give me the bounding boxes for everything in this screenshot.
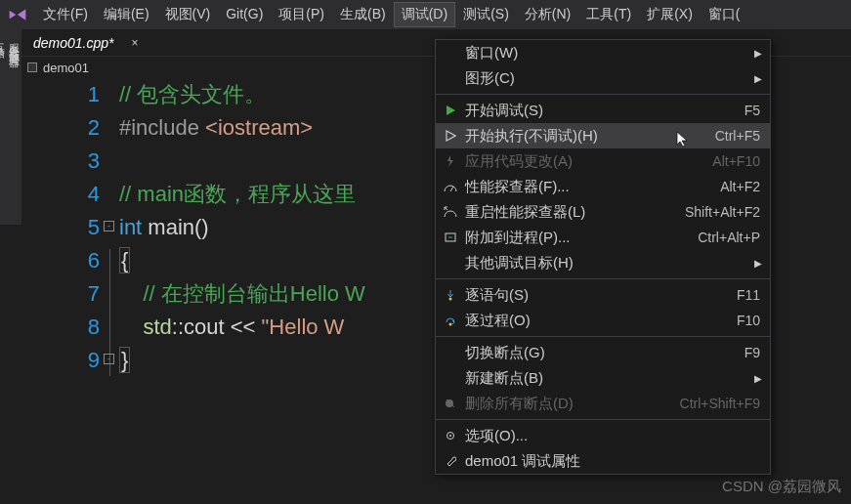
- menu-shortcut: Ctrl+F5: [715, 128, 760, 144]
- line-gutter: 123456789: [21, 78, 119, 504]
- menu-item[interactable]: 分析(N): [517, 2, 578, 27]
- menu-item[interactable]: 逐语句(S)F11: [436, 282, 770, 308]
- menu-item[interactable]: 工具(T): [578, 2, 639, 27]
- menu-item[interactable]: 测试(S): [455, 2, 517, 27]
- play-outline-icon: [442, 130, 459, 142]
- line-number: 3: [21, 145, 100, 178]
- menu-item-label: 新建断点(B): [465, 369, 760, 388]
- menu-shortcut: F5: [745, 103, 760, 118]
- menu-item-label: 性能探查器(F)...: [465, 178, 720, 196]
- line-number: 7: [21, 277, 100, 311]
- menu-item-label: 开始调试(S): [465, 102, 745, 120]
- menu-shortcut: Alt+F10: [712, 153, 760, 169]
- fold-icon[interactable]: -: [104, 221, 114, 231]
- menu-item-label: 选项(O)...: [465, 427, 760, 445]
- menu-item[interactable]: 切换断点(G)F9: [436, 340, 770, 365]
- menu-separator: [436, 419, 770, 420]
- menu-item[interactable]: 重启性能探查器(L)Shift+Alt+F2: [436, 199, 770, 225]
- line-number: 8: [21, 311, 100, 344]
- menu-item: 删除所有断点(D)Ctrl+Shift+F9: [436, 391, 770, 416]
- menu-shortcut: F10: [737, 313, 760, 328]
- menu-shortcut: Shift+Alt+F2: [685, 204, 760, 220]
- menu-item[interactable]: 新建断点(B)▶: [436, 365, 770, 391]
- play-green-icon: [442, 105, 459, 116]
- menu-item[interactable]: 窗口(W)▶: [436, 40, 770, 65]
- line-number: 1: [21, 78, 100, 111]
- menu-item-label: 图形(C): [465, 69, 760, 88]
- menu-item-label: 其他调试目标(H): [465, 254, 760, 273]
- menu-item-label: 删除所有断点(D): [465, 395, 680, 413]
- watermark: CSDN @荔园微风: [722, 478, 841, 496]
- breadcrumb-text: demo01: [43, 61, 89, 75]
- menu-item-label: 逐过程(O): [465, 312, 737, 330]
- menu-shortcut: Ctrl+Alt+P: [698, 230, 760, 245]
- menu-item[interactable]: 选项(O)...: [436, 423, 770, 448]
- svg-point-3: [449, 323, 452, 326]
- fold-icon[interactable]: -: [104, 354, 114, 364]
- menu-separator: [436, 94, 770, 95]
- bp-clear-icon: [442, 398, 459, 409]
- menu-item[interactable]: 性能探查器(F)...Alt+F2: [436, 174, 770, 199]
- line-number: 5: [21, 211, 100, 244]
- submenu-arrow-icon: ▶: [754, 48, 762, 59]
- menu-item[interactable]: 项目(P): [271, 2, 332, 27]
- svg-line-0: [450, 187, 453, 191]
- menu-separator: [436, 278, 770, 279]
- process-icon: [442, 231, 459, 243]
- menu-item[interactable]: 开始调试(S)F5: [436, 98, 770, 123]
- svg-point-4: [446, 399, 453, 407]
- menu-item[interactable]: 图形(C)▶: [436, 65, 770, 91]
- menu-item[interactable]: 文件(F): [35, 2, 96, 27]
- menu-item[interactable]: 逐过程(O)F10: [436, 308, 770, 333]
- close-icon[interactable]: ×: [132, 36, 139, 50]
- svg-point-2: [449, 298, 452, 301]
- sidebar-label-toolbox[interactable]: 工具箱: [0, 35, 6, 41]
- left-sidebar[interactable]: 服务器资源管理器 工具箱: [0, 29, 21, 225]
- menu-item-label: 附加到进程(P)...: [465, 229, 698, 247]
- menu-item-label: 重启性能探查器(L): [465, 203, 685, 222]
- tab-demo01[interactable]: demo01.cpp* ×: [25, 31, 147, 55]
- menu-item-label: 开始执行(不调试)(H): [465, 127, 715, 146]
- menu-separator: [436, 336, 770, 337]
- menu-item[interactable]: 其他调试目标(H)▶: [436, 250, 770, 275]
- menu-item[interactable]: 调试(D): [394, 2, 455, 27]
- menu-shortcut: F11: [737, 287, 760, 303]
- menu-item[interactable]: 生成(B): [332, 2, 394, 27]
- menu-item-label: 窗口(W): [465, 44, 760, 63]
- menubar: 文件(F)编辑(E)视图(V)Git(G)项目(P)生成(B)调试(D)测试(S…: [0, 0, 851, 29]
- vs-logo-icon: [8, 7, 27, 22]
- menu-item[interactable]: 扩展(X): [639, 2, 701, 27]
- submenu-arrow-icon: ▶: [754, 73, 762, 84]
- line-number: 6: [21, 244, 100, 277]
- debug-dropdown-menu[interactable]: 窗口(W)▶图形(C)▶开始调试(S)F5开始执行(不调试)(H)Ctrl+F5…: [435, 39, 771, 475]
- submenu-arrow-icon: ▶: [754, 258, 762, 269]
- wrench-icon: [442, 455, 459, 467]
- lightning-icon: [442, 155, 459, 167]
- gauge-icon: [442, 181, 459, 192]
- line-number: 4: [21, 178, 100, 211]
- menu-item-label: demo01 调试属性: [465, 452, 760, 471]
- menu-item-label: 切换断点(G): [465, 344, 745, 362]
- menu-item[interactable]: 视图(V): [157, 2, 219, 27]
- svg-point-7: [449, 435, 451, 437]
- menu-item[interactable]: 开始执行(不调试)(H)Ctrl+F5: [436, 123, 770, 148]
- scope-icon: [27, 63, 37, 72]
- menu-item[interactable]: 附加到进程(P)...Ctrl+Alt+P: [436, 225, 770, 250]
- menu-item-label: 逐语句(S): [465, 286, 737, 305]
- step-over-icon: [442, 315, 459, 326]
- menu-item[interactable]: 编辑(E): [96, 2, 157, 27]
- gauge-arrow-icon: [442, 206, 459, 218]
- menu-item-label: 应用代码更改(A): [465, 152, 712, 171]
- menu-shortcut: Alt+F2: [720, 179, 760, 194]
- menu-item[interactable]: Git(G): [218, 2, 271, 27]
- sidebar-label-server-explorer[interactable]: 服务器资源管理器: [9, 35, 21, 51]
- gear-icon: [442, 430, 459, 441]
- menu-shortcut: F9: [745, 345, 760, 360]
- line-number: 9: [21, 344, 100, 377]
- submenu-arrow-icon: ▶: [754, 373, 762, 384]
- line-number: 2: [21, 111, 100, 145]
- tab-title: demo01.cpp*: [33, 35, 114, 51]
- menu-item[interactable]: demo01 调试属性: [436, 448, 770, 474]
- step-into-icon: [442, 289, 459, 301]
- menu-item[interactable]: 窗口(: [701, 2, 748, 27]
